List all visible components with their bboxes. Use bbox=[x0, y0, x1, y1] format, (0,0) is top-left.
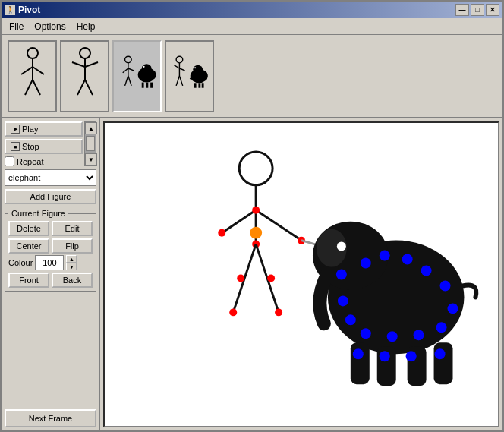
colour-input[interactable] bbox=[35, 255, 64, 270]
svg-point-78 bbox=[380, 351, 390, 361]
window-title: Pivot bbox=[18, 5, 40, 15]
window-icon: 🚶 bbox=[5, 5, 15, 15]
svg-point-24 bbox=[151, 71, 156, 79]
svg-point-64 bbox=[336, 270, 347, 280]
close-button[interactable]: ✕ bbox=[486, 4, 499, 16]
toolbar bbox=[2, 35, 502, 118]
svg-point-73 bbox=[387, 331, 398, 342]
toolbar-button-1[interactable] bbox=[8, 40, 57, 112]
svg-point-77 bbox=[353, 348, 364, 359]
svg-point-79 bbox=[406, 351, 417, 361]
next-frame-button[interactable]: Next Frame bbox=[5, 409, 96, 427]
svg-point-59 bbox=[337, 242, 346, 251]
colour-up-button[interactable]: ▲ bbox=[66, 255, 77, 263]
menu-options[interactable]: Options bbox=[30, 20, 70, 33]
svg-line-4 bbox=[25, 80, 33, 95]
svg-point-39 bbox=[194, 67, 196, 68]
scroll-track[interactable] bbox=[85, 134, 96, 153]
menu-help[interactable]: Help bbox=[72, 20, 100, 33]
spacer bbox=[5, 295, 96, 406]
left-panel: ▶ Play ■ Stop Repeat ▲ bbox=[2, 118, 100, 430]
stop-icon: ■ bbox=[11, 142, 20, 151]
svg-line-15 bbox=[128, 68, 133, 71]
stop-button[interactable]: ■ Stop bbox=[5, 139, 83, 154]
toolbar-icon-2 bbox=[66, 46, 104, 106]
svg-line-31 bbox=[179, 76, 182, 86]
svg-rect-21 bbox=[141, 83, 143, 88]
center-button[interactable]: Center bbox=[8, 238, 49, 254]
svg-point-67 bbox=[402, 254, 413, 265]
playback-scrollbar[interactable]: ▲ ▼ bbox=[84, 121, 96, 166]
playback-section: ▶ Play ■ Stop Repeat ▲ bbox=[5, 121, 96, 166]
back-button[interactable]: Back bbox=[52, 273, 93, 288]
svg-point-12 bbox=[124, 56, 131, 63]
play-button[interactable]: ▶ Play bbox=[5, 121, 83, 137]
svg-line-11 bbox=[85, 80, 93, 95]
svg-line-3 bbox=[33, 67, 44, 74]
colour-row: Colour ▲ ▼ bbox=[8, 255, 93, 270]
toolbar-icon-4 bbox=[171, 46, 209, 106]
play-label: Play bbox=[22, 125, 38, 134]
colour-down-button[interactable]: ▼ bbox=[66, 263, 77, 270]
svg-line-8 bbox=[72, 62, 85, 67]
scroll-down-button[interactable]: ▼ bbox=[85, 153, 97, 166]
svg-line-50 bbox=[256, 244, 279, 313]
svg-rect-35 bbox=[194, 83, 196, 87]
repeat-checkbox[interactable] bbox=[5, 156, 14, 166]
svg-line-43 bbox=[222, 210, 256, 233]
svg-point-71 bbox=[436, 322, 447, 333]
delete-button[interactable]: Delete bbox=[8, 221, 49, 236]
main-window: 🚶 Pivot — □ ✕ File Options Help bbox=[0, 0, 504, 432]
svg-line-14 bbox=[122, 68, 128, 73]
flip-button[interactable]: Flip bbox=[52, 238, 93, 254]
svg-point-47 bbox=[252, 207, 260, 214]
scroll-thumb[interactable] bbox=[86, 136, 95, 151]
front-back-grid: Front Back bbox=[8, 273, 93, 288]
canvas-area[interactable] bbox=[103, 121, 499, 427]
figure-selector-row: elephant stick figure bbox=[5, 169, 96, 186]
colour-spinner: ▲ ▼ bbox=[66, 255, 77, 270]
minimize-button[interactable]: — bbox=[455, 4, 469, 16]
repeat-label: Repeat bbox=[17, 157, 43, 166]
add-figure-button[interactable]: Add Figure bbox=[5, 189, 96, 204]
svg-line-9 bbox=[85, 62, 98, 67]
svg-point-6 bbox=[80, 48, 90, 58]
svg-line-10 bbox=[77, 80, 85, 95]
svg-rect-36 bbox=[198, 83, 200, 87]
scroll-up-button[interactable]: ▲ bbox=[85, 122, 97, 134]
toolbar-button-4[interactable] bbox=[165, 40, 214, 112]
svg-point-65 bbox=[361, 258, 371, 269]
svg-point-42 bbox=[250, 227, 262, 239]
menubar: File Options Help bbox=[2, 18, 502, 35]
menu-file[interactable]: File bbox=[5, 20, 28, 33]
toolbar-button-2[interactable] bbox=[60, 40, 109, 112]
titlebar: 🚶 Pivot — □ ✕ bbox=[2, 2, 502, 18]
playback-controls: ▶ Play ■ Stop Repeat bbox=[5, 121, 83, 166]
svg-point-69 bbox=[440, 280, 451, 291]
svg-point-52 bbox=[275, 308, 282, 316]
svg-point-70 bbox=[448, 303, 458, 314]
figure-buttons-grid: Delete Edit Center Flip bbox=[8, 221, 93, 254]
svg-point-76 bbox=[338, 295, 348, 306]
svg-point-38 bbox=[203, 71, 207, 80]
svg-rect-60 bbox=[351, 342, 370, 384]
svg-point-54 bbox=[267, 275, 275, 282]
svg-rect-37 bbox=[201, 83, 203, 87]
edit-button[interactable]: Edit bbox=[52, 221, 93, 236]
main-content: ▶ Play ■ Stop Repeat ▲ bbox=[2, 118, 502, 430]
current-figure-group: Current Figure Delete Edit Center Flip C… bbox=[5, 209, 96, 292]
svg-point-40 bbox=[239, 152, 272, 185]
figure-dropdown[interactable]: elephant stick figure bbox=[5, 169, 96, 186]
svg-rect-63 bbox=[434, 342, 453, 384]
front-button[interactable]: Front bbox=[8, 273, 49, 288]
svg-point-72 bbox=[414, 330, 424, 340]
svg-line-44 bbox=[256, 210, 301, 241]
maximize-button[interactable]: □ bbox=[471, 4, 484, 16]
svg-line-5 bbox=[33, 80, 40, 95]
svg-line-28 bbox=[174, 65, 179, 68]
toolbar-button-3[interactable] bbox=[112, 40, 162, 112]
svg-line-16 bbox=[124, 76, 128, 86]
svg-point-51 bbox=[229, 308, 237, 316]
svg-point-66 bbox=[380, 251, 390, 261]
scene-svg bbox=[105, 123, 498, 426]
